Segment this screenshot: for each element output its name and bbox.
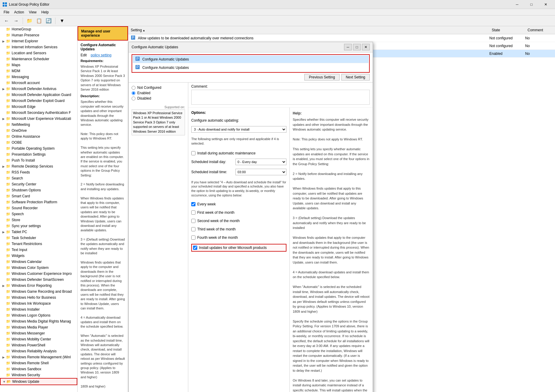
tree-item-win-hello[interactable]: 📁 Windows Hello for Business xyxy=(0,295,77,300)
tree-item-win-error-reporting[interactable]: ▶ 📁 Windows Error Reporting xyxy=(0,283,77,289)
tree-item-tenant-restrictions[interactable]: 📁 Tenant Restrictions xyxy=(0,241,77,247)
tree-item-win-ce-impro[interactable]: 📁 Windows Customer Experience Impro xyxy=(0,271,77,277)
tree-item-maps[interactable]: 📁 Maps xyxy=(0,62,77,68)
menu-file[interactable]: File xyxy=(1,10,12,15)
menu-help[interactable]: Help xyxy=(39,10,51,15)
tree-item-human-presence[interactable]: 📁 Human Presence xyxy=(0,32,77,38)
scheduled-time-select[interactable]: 03:00 xyxy=(235,169,286,175)
dialog-minimize-button[interactable]: ─ xyxy=(344,44,352,50)
comment-column-header[interactable]: Comment xyxy=(525,27,555,33)
dialog-close-button[interactable]: ✕ xyxy=(362,44,370,50)
tree-item-online-assistance[interactable]: 📁 Online Assistance xyxy=(0,134,77,140)
tree-item-search[interactable]: 📁 Search xyxy=(0,175,77,181)
comment-textarea[interactable] xyxy=(191,90,370,105)
install-other-products-row[interactable]: Install updates for other Microsoft prod… xyxy=(191,244,286,252)
install-other-products-checkbox[interactable] xyxy=(193,246,197,250)
tree-item-defender-eg[interactable]: 📁 Microsoft Defender Exploit Guard xyxy=(0,98,77,104)
tree-item-push-to-install[interactable]: 📁 Push To Install xyxy=(0,157,77,163)
close-button[interactable]: ✕ xyxy=(539,0,553,9)
every-week-checkbox[interactable] xyxy=(191,202,195,206)
tree-item-remote-desktop[interactable]: ▶ 📁 Remote Desktop Services xyxy=(0,163,77,169)
tree-item-rss-feeds[interactable]: 📁 RSS Feeds xyxy=(0,169,77,175)
tree-item-speech[interactable]: 📁 Speech xyxy=(0,211,77,217)
tree-item-win-remote-shell[interactable]: 📁 Windows Remote Shell xyxy=(0,360,77,366)
policy-setting-link[interactable]: policy setting xyxy=(88,53,114,57)
every-week-row[interactable]: Every week xyxy=(191,202,286,206)
tree-item-win-game-recording[interactable]: 📁 Windows Game Recording and Broad xyxy=(0,289,77,295)
first-week-checkbox[interactable] xyxy=(191,210,195,215)
tree-item-smart-card[interactable]: 📁 Smart Card xyxy=(0,193,77,199)
tree-item-win-powershell[interactable]: 📁 Windows PowerShell xyxy=(0,342,77,348)
disabled-input[interactable] xyxy=(132,97,135,100)
menu-view[interactable]: View xyxy=(27,10,39,15)
tree-item-maintenance-scheduler[interactable]: 📁 Maintenance Scheduler xyxy=(0,56,77,62)
third-week-checkbox[interactable] xyxy=(191,227,195,231)
menu-action[interactable]: Action xyxy=(12,10,26,15)
tree-item-win-ink[interactable]: 📁 Windows Ink Workspace xyxy=(0,300,77,306)
tree-item-store[interactable]: 📁 Store xyxy=(0,217,77,223)
tree-item-location-sensors[interactable]: 📁 Location and Sensors xyxy=(0,50,77,56)
tree-item-tablet-pc[interactable]: ▶ 📁 Tablet PC xyxy=(0,229,77,235)
config-dropdown[interactable]: 3 - Auto download and notify for install… xyxy=(191,126,286,133)
tree-item-internet-explorer[interactable]: ▶ 📁 Internet Explorer xyxy=(0,38,77,44)
tree-item-onedrive[interactable]: 📁 OneDrive xyxy=(0,128,77,134)
tree-item-win-security[interactable]: 📁 Windows Security xyxy=(0,372,77,378)
tree-item-shutdown-options[interactable]: 📁 Shutdown Options xyxy=(0,187,77,193)
setting-column-header[interactable]: Setting xyxy=(128,27,489,33)
tree-item-ms-edge[interactable]: 📁 Microsoft Edge xyxy=(0,104,77,110)
second-week-checkbox[interactable] xyxy=(191,219,195,223)
next-setting-button[interactable]: Next Setting xyxy=(341,74,370,80)
tree-item-text-input[interactable]: 📁 Text Input xyxy=(0,247,77,253)
tree-item-task-scheduler[interactable]: 📁 Task Scheduler xyxy=(0,235,77,241)
state-column-header[interactable]: State xyxy=(489,27,525,33)
tree-item-portable-os[interactable]: 📁 Portable Operating System xyxy=(0,145,77,151)
disabled-radio[interactable]: Disabled xyxy=(132,96,185,100)
tree-item-win-mobility-center[interactable]: 📁 Windows Mobility Center xyxy=(0,336,77,342)
fourth-week-row[interactable]: Fourth week of the month xyxy=(191,235,286,240)
tree-item-defender-ag[interactable]: 📁 Microsoft Defender Application Guard xyxy=(0,92,77,98)
tree-item-security-center[interactable]: 📁 Security Center xyxy=(0,181,77,187)
dialog-configure-au-item-2[interactable]: P Configure Automatic Updates xyxy=(133,64,369,72)
tree-item-iis[interactable]: 📁 Internet Information Services xyxy=(0,44,77,50)
tree-item-win-media-drm[interactable]: 📁 Windows Media Digital Rights Manag xyxy=(0,318,77,324)
tree-item-ms-ue-virtualization[interactable]: ▶ 📁 Microsoft User Experience Virtualiza… xyxy=(0,116,77,122)
properties-button[interactable]: 📋 xyxy=(35,17,43,25)
settings-item-metered[interactable]: P Allow updates to be downloaded automat… xyxy=(128,34,555,42)
tree-item-win-remote-mgmt[interactable]: ▶ 📁 Windows Remote Management (Winl xyxy=(0,354,77,360)
new-folder-button[interactable]: 📁 xyxy=(25,17,34,25)
tree-item-spp[interactable]: 📁 Software Protection Platform xyxy=(0,199,77,205)
tree-item-sync-settings[interactable]: 📁 Sync your settings xyxy=(0,223,77,229)
install-during-maintenance-checkbox[interactable] xyxy=(191,151,195,155)
first-week-row[interactable]: First week of the month xyxy=(191,210,286,215)
tree-item-win-defender-ss[interactable]: 📁 Windows Defender SmartScreen xyxy=(0,277,77,283)
forward-button[interactable]: → xyxy=(12,17,20,25)
tree-item-defender-av[interactable]: ▶ 📁 Microsoft Defender Antivirus xyxy=(0,86,77,92)
tree-item-win-messenger[interactable]: 📁 Windows Messenger xyxy=(0,330,77,336)
maximize-button[interactable]: □ xyxy=(525,0,538,9)
tree-item-sound-recorder[interactable]: 📁 Sound Recorder xyxy=(0,205,77,211)
filter-button[interactable]: ▼ xyxy=(58,17,66,25)
third-week-row[interactable]: Third week of the month xyxy=(191,227,286,231)
second-week-row[interactable]: Second week of the month xyxy=(191,219,286,223)
refresh-button[interactable]: 🔄 xyxy=(44,17,53,25)
tree-item-widgets[interactable]: 📁 Widgets xyxy=(0,253,77,259)
tree-item-win-installer[interactable]: 📁 Windows Installer xyxy=(0,306,77,312)
tree-item-win-reliability[interactable]: 📁 Windows Reliability Analysis xyxy=(0,348,77,354)
dialog-configure-au-item-1[interactable]: P Configure Automatic Updates xyxy=(133,55,369,63)
dialog-maximize-button[interactable]: □ xyxy=(353,44,361,50)
enabled-radio[interactable]: Enabled xyxy=(132,91,185,95)
fourth-week-checkbox[interactable] xyxy=(191,235,195,240)
minimize-button[interactable]: ─ xyxy=(510,0,524,9)
tree-item-homegroup[interactable]: 📁 HomeGroup xyxy=(0,26,77,32)
tree-item-windows-update[interactable]: ▼ 📂 Windows Update xyxy=(0,378,77,385)
tree-item-oobe[interactable]: 📁 OOBE xyxy=(0,140,77,145)
not-configured-input[interactable] xyxy=(132,86,135,90)
tree-item-win-color-system[interactable]: 📁 Windows Color System xyxy=(0,265,77,271)
tree-item-netmeeting[interactable]: 📁 NetMeeting xyxy=(0,122,77,128)
tree-item-presentation-settings[interactable]: 📁 Presentation Settings xyxy=(0,151,77,157)
not-configured-radio[interactable]: Not Configured xyxy=(132,86,185,90)
back-button[interactable]: ← xyxy=(2,17,11,25)
tree-item-win-media-player[interactable]: 📁 Windows Media Player xyxy=(0,324,77,330)
tree-item-win-sandbox[interactable]: 📁 Windows Sandbox xyxy=(0,366,77,372)
scheduled-day-select[interactable]: 0 - Every day 1 - Sunday xyxy=(235,159,286,165)
